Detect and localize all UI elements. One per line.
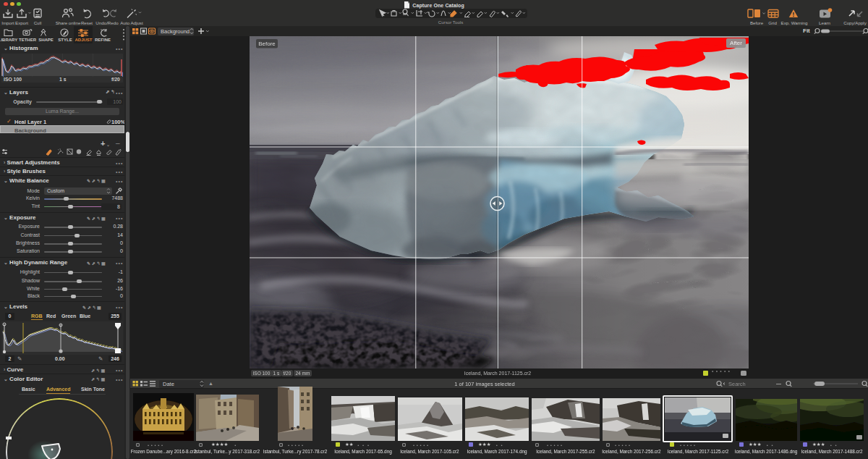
svg-text:After: After — [730, 40, 742, 46]
svg-text:Before: Before — [258, 41, 276, 47]
